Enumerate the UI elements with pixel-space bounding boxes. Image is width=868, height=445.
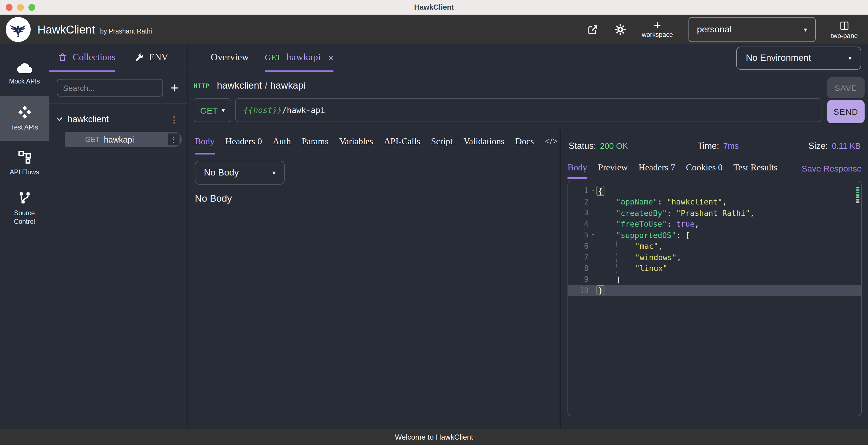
request-tab-params[interactable]: Params [302, 130, 328, 155]
request-tab-script[interactable]: Script [431, 130, 453, 155]
sidebar-item-mock-apis[interactable]: Mock APIs [0, 51, 49, 96]
statusbar-message: Welcome to HawkClient [395, 433, 473, 441]
search-input[interactable] [57, 79, 163, 97]
bucket-icon [57, 52, 68, 62]
add-collection-button[interactable]: + [169, 81, 180, 95]
tab-collections[interactable]: Collections [50, 44, 115, 72]
request-pane: Body Headers 0 Auth Params Variables API… [188, 130, 561, 429]
code-line[interactable]: 1▾{ [568, 185, 861, 196]
plus-icon: + [654, 21, 661, 30]
wrench-icon [134, 53, 144, 62]
sidebar-item-source-control[interactable]: Source Control [0, 186, 49, 231]
chevron-down-icon: ▾ [221, 107, 225, 113]
collection-node[interactable]: hawkclient ⋮ [55, 111, 183, 128]
fold-toggle-icon[interactable]: ▾ [589, 232, 598, 238]
request-tab-code[interactable]: </> [545, 130, 558, 155]
request-tab-body[interactable]: Body [195, 130, 214, 155]
response-tab-cookies[interactable]: Cookies 0 [686, 157, 722, 179]
response-tab-body[interactable]: Body [567, 157, 587, 179]
size-label: Size: [808, 141, 828, 151]
url-input[interactable]: {{host}}/hawk-api [235, 98, 822, 122]
url-path: /hawk-api [282, 106, 325, 115]
external-link-icon [587, 24, 598, 35]
code-line[interactable]: 7 "windows", [568, 252, 861, 263]
code-line[interactable]: 10} [568, 285, 861, 296]
request-header: HTTP hawkclient/hawkapi GET ▾ {{host}}/h… [188, 72, 868, 130]
macos-titlebar: HawkClient [0, 0, 868, 15]
code-line[interactable]: 5▾ "supportedOS": [ [568, 229, 861, 241]
app-window: HawkClient HawkClient by Prashant Rathi [0, 0, 868, 445]
tab-env[interactable]: ENV [115, 44, 187, 72]
request-tab-variables[interactable]: Variables [339, 130, 373, 155]
size-value: 0.11 KB [832, 141, 861, 151]
breadcrumb: HTTP hawkclient/hawkapi [194, 78, 822, 93]
request-tab-auth[interactable]: Auth [273, 130, 291, 155]
request-tab-api-calls[interactable]: API-Calls [384, 130, 420, 155]
code-line[interactable]: 8 "linux" [568, 263, 861, 274]
environment-select[interactable]: No Environment ▾ [736, 46, 861, 70]
collection-menu-button[interactable]: ⋮ [165, 115, 183, 124]
response-tab-headers[interactable]: Headers 7 [639, 157, 675, 179]
breadcrumb-separator: / [265, 80, 267, 91]
open-external-button[interactable] [587, 24, 598, 35]
code-line[interactable]: 6 "mac", [568, 241, 861, 252]
two-pane-icon [839, 20, 850, 31]
tab-overview[interactable]: Overview [211, 44, 249, 72]
collections-panel-tabs: Collections ENV [50, 44, 187, 72]
sidebar-item-api-flows[interactable]: API Flows [0, 141, 49, 186]
request-method-badge: GET [85, 135, 100, 144]
request-node-selected[interactable]: GET hawkapi ⋮ [65, 132, 182, 147]
request-menu-button[interactable]: ⋮ [168, 133, 180, 146]
send-button[interactable]: SEND [827, 100, 865, 123]
tab-request-hawkapi[interactable]: GET hawkapi × [265, 44, 334, 72]
workspace-panel: Overview GET hawkapi × No Environment ▾ … [188, 44, 868, 429]
chevron-down-icon [56, 117, 62, 122]
time-value: 7ms [723, 141, 739, 151]
two-pane-toggle[interactable]: two-pane [831, 20, 858, 39]
collections-panel: Collections ENV + hawkclient [50, 44, 188, 429]
request-tab-validations[interactable]: Validations [464, 130, 504, 155]
response-body-code: 1▾{2 "appName": "hawkclient",3 "createdB… [568, 185, 861, 296]
sidebar-item-test-apis[interactable]: Test APIs [0, 96, 49, 141]
app-header: HawkClient by Prashant Rathi [0, 15, 868, 44]
response-tab-test-results[interactable]: Test Results [733, 157, 777, 179]
chevron-down-icon: ▾ [804, 26, 807, 33]
response-pane: Status:200 OK Time:7ms Size:0.11 KB Body… [561, 130, 868, 429]
window-title: HawkClient [0, 3, 868, 11]
add-workspace-button[interactable]: + workspace [642, 21, 673, 38]
close-tab-icon[interactable]: × [329, 53, 334, 62]
chevron-down-icon: ▾ [848, 55, 851, 61]
save-button[interactable]: SAVE [827, 77, 865, 98]
status-label: Status: [569, 141, 596, 151]
app-logo [6, 17, 31, 42]
request-tab-headers[interactable]: Headers 0 [225, 130, 262, 155]
app-name: HawkClient [37, 23, 95, 36]
main-content: Mock APIs Test APIs [0, 44, 868, 429]
save-response-button[interactable]: Save Response [802, 163, 862, 173]
response-body-editor[interactable]: 1▾{2 "appName": "hawkclient",3 "createdB… [567, 181, 862, 416]
code-line[interactable]: 3 "createdBy": "Prashant Rathi", [568, 207, 861, 218]
app-statusbar: Welcome to HawkClient [0, 429, 868, 445]
code-line[interactable]: 4 "freeToUse": true, [568, 218, 861, 229]
breadcrumb-request: hawkapi [270, 80, 306, 91]
diamonds-icon [17, 105, 32, 120]
workspace-select[interactable]: personal ▾ [688, 17, 815, 42]
breadcrumb-collection: hawkclient [217, 80, 262, 91]
method-select[interactable]: GET ▾ [194, 98, 231, 122]
editor-minimap[interactable] [856, 187, 860, 203]
code-line[interactable]: 2 "appName": "hawkclient", [568, 196, 861, 207]
add-workspace-label: workspace [642, 31, 673, 38]
hawk-icon [8, 20, 28, 39]
collections-search-row: + [50, 72, 187, 104]
request-tab-docs[interactable]: Docs [515, 130, 534, 155]
response-tab-preview[interactable]: Preview [598, 157, 628, 179]
protocol-badge: HTTP [194, 82, 209, 89]
settings-button[interactable] [614, 23, 626, 36]
primary-sidebar: Mock APIs Test APIs [0, 44, 50, 429]
cloud-icon [17, 62, 32, 73]
code-line[interactable]: 9 ] [568, 274, 861, 285]
response-tabs: Body Preview Headers 7 Cookies 0 Test Re… [566, 157, 863, 179]
collections-tree: hawkclient ⋮ GET hawkapi ⋮ [50, 104, 187, 147]
body-type-select[interactable]: No Body ▾ [195, 161, 285, 185]
tab-name: hawkapi [286, 52, 321, 63]
